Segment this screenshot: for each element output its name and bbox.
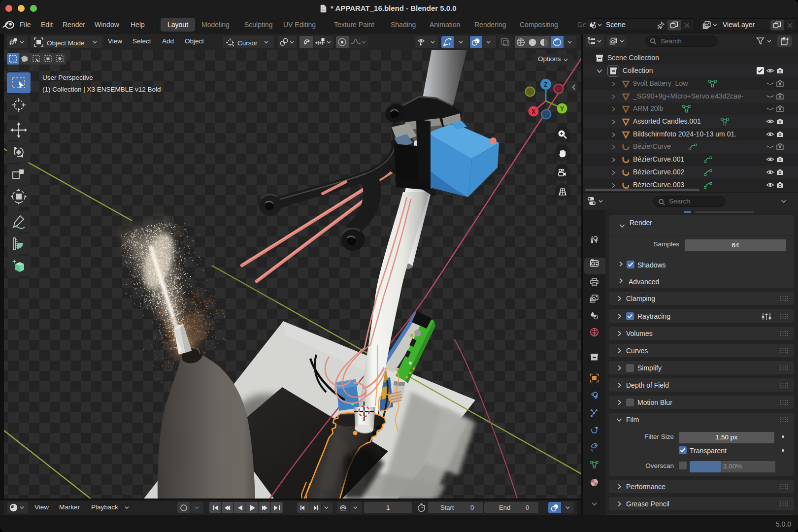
svg-text:Z: Z xyxy=(544,81,547,88)
svg-text:X: X xyxy=(532,108,535,115)
svg-text:Y: Y xyxy=(560,105,564,112)
